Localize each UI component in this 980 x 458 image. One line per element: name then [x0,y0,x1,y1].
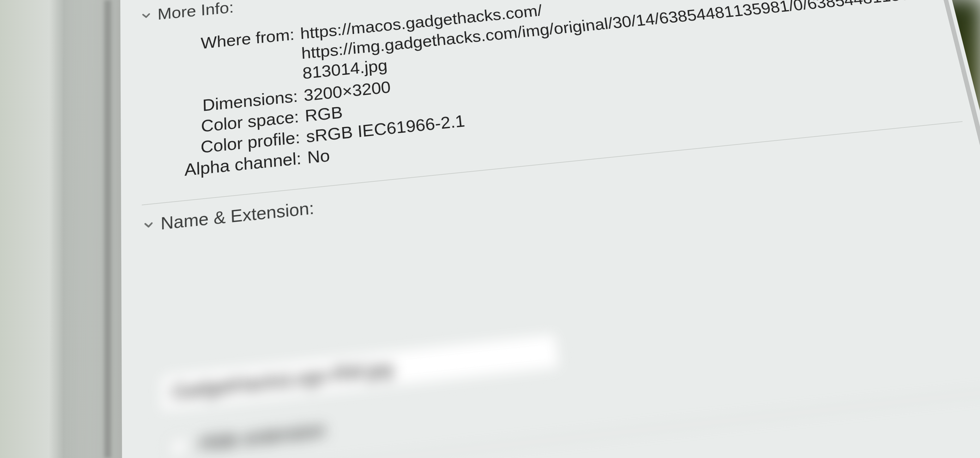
filename-input[interactable]: GadgetHacksLogo-RW.jpg [161,334,559,411]
chevron-down-icon [142,218,155,232]
hide-extension-checkbox[interactable] [170,437,188,457]
more-info-label: More Info: [157,0,234,24]
chevron-down-icon [140,10,153,22]
name-extension-label: Name & Extension: [161,197,315,235]
where-from-label: Where from: [153,24,303,98]
window-divider [104,0,111,458]
get-info-panel: Stationery pad Locked More Info: Where f… [120,0,980,458]
hide-extension-label: Hide extension [199,418,326,454]
name-extension-header[interactable]: Name & Extension: [142,197,315,236]
more-info-header[interactable]: More Info: [140,0,234,26]
